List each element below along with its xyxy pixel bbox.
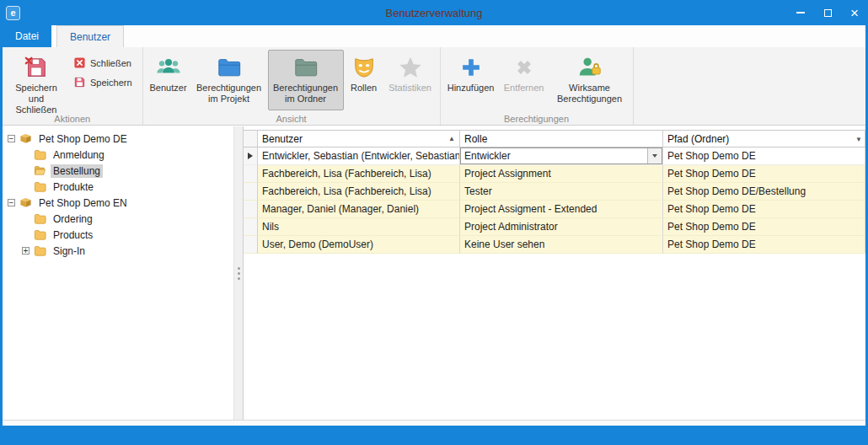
cell-rolle[interactable]: Entwickler <box>460 147 663 165</box>
save-icon <box>73 76 86 88</box>
ribbon-tab-row: Datei Benutzer <box>3 25 865 47</box>
cell-pfad[interactable]: Pet Shop Demo DE <box>663 236 865 254</box>
window-title: Benutzerverwaltung <box>0 7 868 19</box>
grid-body: Entwickler, Sebastian (Entwickler, Sebas… <box>244 147 865 254</box>
button-label: Speichern <box>90 78 132 88</box>
collapse-expander-icon[interactable]: − <box>8 199 15 206</box>
cell-benutzer[interactable]: Entwickler, Sebastian (Entwickler, Sebas… <box>258 147 460 165</box>
table-row[interactable]: Fachbereich, Lisa (Fachbereich, Lisa)Pro… <box>244 165 865 183</box>
column-header-pfad[interactable]: Pfad (Ordner) ▼ <box>663 131 865 147</box>
button-label: Hinzufügen <box>447 83 495 94</box>
rollen-button[interactable]: Rollen <box>344 50 384 110</box>
tree-node-pet-shop-demo-en[interactable]: −Pet Shop Demo EN <box>3 195 233 211</box>
row-indicator <box>244 218 258 236</box>
button-label: Berechtigungen im Projekt <box>195 83 264 105</box>
cell-pfad[interactable]: Pet Shop Demo DE/Bestellung <box>663 183 865 201</box>
berechtigungen-im-ordner-button[interactable]: Berechtigungen im Ordner <box>268 50 344 110</box>
row-indicator <box>244 147 258 165</box>
folder-permissions-icon <box>293 55 319 80</box>
button-label: Wirksame Berechtigungen <box>555 83 625 105</box>
cell-pfad[interactable]: Pet Shop Demo DE <box>663 218 865 236</box>
statistiken-button: Statistiken <box>384 50 437 110</box>
folder-open-icon <box>34 164 47 177</box>
schliessen-button[interactable]: Schließen <box>67 53 139 72</box>
table-row[interactable]: User, Demo (DemoUser)Keine User sehenPet… <box>244 236 865 254</box>
cell-rolle[interactable]: Keine User sehen <box>460 236 663 254</box>
expander-spacer <box>22 183 29 190</box>
row-indicator <box>244 201 258 218</box>
tree-node-pet-shop-demo-de[interactable]: −Pet Shop Demo DE <box>3 131 233 147</box>
rolle-combobox[interactable]: Entwickler <box>460 147 662 164</box>
aktionen-small-buttons: Schließen Speichern <box>67 53 139 92</box>
cell-rolle[interactable]: Project Assignment <box>460 165 663 183</box>
combo-dropdown-button[interactable] <box>647 148 662 164</box>
button-label: Benutzer <box>150 83 187 94</box>
tree-node-produkte[interactable]: Produkte <box>3 179 233 195</box>
berechtigungen-im-projekt-button[interactable]: Berechtigungen im Projekt <box>190 50 268 110</box>
table-row[interactable]: NilsProject AdministratorPet Shop Demo D… <box>244 218 865 236</box>
permissions-grid: Benutzer ▲ Rolle Pfad (Ordner) ▼ Entwick… <box>244 126 865 420</box>
cell-benutzer[interactable]: Manager, Daniel (Manager, Daniel) <box>258 201 460 218</box>
maximize-icon <box>824 9 832 17</box>
benutzer-view-button[interactable]: Benutzer <box>147 50 190 110</box>
cell-rolle[interactable]: Tester <box>460 183 663 201</box>
tree-node-bestellung[interactable]: Bestellung <box>3 163 233 179</box>
expander-spacer <box>22 167 29 174</box>
tree-node-label: Sign-In <box>51 244 88 258</box>
button-label: Berechtigungen im Ordner <box>272 83 340 105</box>
star-icon <box>398 55 423 80</box>
cell-pfad[interactable]: Pet Shop Demo DE <box>663 147 865 165</box>
maximize-button[interactable] <box>814 0 841 25</box>
column-menu-icon[interactable]: ▼ <box>855 136 862 143</box>
tree-node-label: Pet Shop Demo DE <box>36 132 130 146</box>
cell-pfad[interactable]: Pet Shop Demo DE <box>663 201 865 218</box>
statusbar <box>0 426 868 445</box>
column-header-label: Benutzer <box>262 133 303 145</box>
button-label: Statistiken <box>388 83 431 94</box>
cell-rolle[interactable]: Project Assigment - Extended <box>460 201 663 218</box>
group-label-berechtigungen: Berechtigungen <box>441 114 633 124</box>
folder-tree: −Pet Shop Demo DEAnmeldungBestellungProd… <box>3 126 233 420</box>
tree-node-ordering[interactable]: Ordering <box>3 211 233 227</box>
tree-node-products[interactable]: Products <box>3 227 233 243</box>
close-button[interactable]: × <box>841 0 868 25</box>
table-row[interactable]: Manager, Daniel (Manager, Daniel)Project… <box>244 201 865 218</box>
splitter[interactable] <box>233 126 244 420</box>
cell-benutzer[interactable]: Nils <box>258 218 460 236</box>
blue-folder-icon <box>217 55 242 80</box>
tree-node-label: Produkte <box>51 180 96 194</box>
group-label-aktionen: Aktionen <box>3 114 142 124</box>
table-row[interactable]: Fachbereich, Lisa (Fachbereich, Lisa)Tes… <box>244 183 865 201</box>
wirksame-berechtigungen-button[interactable]: Wirksame Berechtigungen <box>550 50 630 110</box>
table-row[interactable]: Entwickler, Sebastian (Entwickler, Sebas… <box>244 147 865 165</box>
project-icon <box>19 132 33 145</box>
folder-icon <box>34 180 47 193</box>
row-indicator <box>244 236 258 254</box>
button-label: Speichern und Schließen <box>10 83 62 116</box>
cell-rolle[interactable]: Project Administrator <box>460 218 663 236</box>
cell-benutzer[interactable]: User, Demo (DemoUser) <box>258 236 460 254</box>
save-and-close-icon <box>24 55 49 80</box>
speichern-button[interactable]: Speichern <box>67 72 139 92</box>
tree-node-anmeldung[interactable]: Anmeldung <box>3 147 233 163</box>
tree-node-sign-in[interactable]: +Sign-In <box>3 243 233 259</box>
minimize-button[interactable] <box>787 0 814 25</box>
hinzufuegen-button[interactable]: Hinzufügen <box>444 50 498 110</box>
app-icon: e <box>6 6 20 20</box>
tab-datei[interactable]: Datei <box>3 25 51 47</box>
collapse-expander-icon[interactable]: − <box>8 135 15 142</box>
column-header-benutzer[interactable]: Benutzer ▲ <box>258 131 460 147</box>
group-label-ansicht: Ansicht <box>143 114 440 124</box>
row-indicator <box>244 183 258 201</box>
column-header-rolle[interactable]: Rolle <box>460 131 663 147</box>
tab-benutzer[interactable]: Benutzer <box>56 25 124 47</box>
chevron-down-icon <box>652 154 657 158</box>
cell-benutzer[interactable]: Fachbereich, Lisa (Fachbereich, Lisa) <box>258 183 460 201</box>
speichern-und-schliessen-button[interactable]: Speichern und Schließen <box>6 50 67 110</box>
users-icon <box>156 55 181 80</box>
expand-expander-icon[interactable]: + <box>22 247 29 255</box>
folder-icon <box>34 244 47 257</box>
combo-value: Entwickler <box>461 147 647 164</box>
cell-benutzer[interactable]: Fachbereich, Lisa (Fachbereich, Lisa) <box>258 165 460 183</box>
cell-pfad[interactable]: Pet Shop Demo DE <box>663 165 865 183</box>
